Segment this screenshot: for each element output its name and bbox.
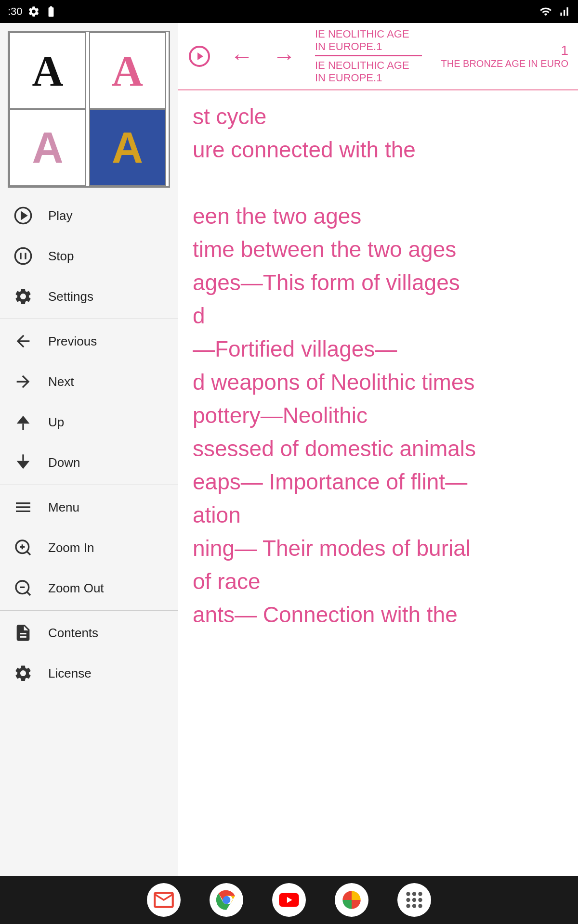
settings-label: Settings	[48, 289, 93, 304]
next-menu-item[interactable]: Next	[0, 361, 178, 402]
content-area: ← → IE NEOLITHIC AGE IN EUROPE.1 IE NEOL…	[178, 23, 578, 876]
signal-icon	[558, 5, 570, 18]
nav-tabs: IE NEOLITHIC AGE IN EUROPE.1 IE NEOLITHI…	[315, 28, 422, 84]
book-text-block: st cycle ure connected with the een the …	[193, 100, 564, 631]
font-preview-grid: A A A A	[8, 31, 170, 188]
book-line-9: d weapons of Neolithic times	[193, 366, 564, 399]
arrow-down-icon	[12, 451, 35, 474]
svg-line-8	[27, 552, 30, 555]
svg-marker-15	[197, 52, 203, 60]
down-menu-item[interactable]: Down	[0, 442, 178, 483]
svg-point-18	[412, 892, 416, 896]
svg-point-20	[406, 898, 410, 902]
book-line-8: —Fortified villages—	[193, 333, 564, 366]
divider-2	[0, 485, 178, 485]
zoom-in-label: Zoom In	[48, 540, 94, 555]
book-line-15: of race	[193, 565, 564, 598]
book-line-13: ation	[193, 499, 564, 532]
divider-3	[0, 610, 178, 611]
book-line-3	[193, 167, 564, 200]
book-line-6: ages—This form of villages	[193, 266, 564, 299]
up-menu-item[interactable]: Up	[0, 402, 178, 442]
book-line-16: ants— Connection with the	[193, 598, 564, 631]
book-line-14: ning— Their modes of burial	[193, 532, 564, 565]
gmail-app-icon[interactable]	[147, 883, 181, 917]
chrome-app-icon[interactable]	[210, 883, 243, 917]
photos-app-icon[interactable]	[335, 883, 368, 917]
divider-1	[0, 319, 178, 319]
stop-label: Stop	[48, 249, 74, 264]
svg-point-19	[418, 892, 422, 896]
settings-menu-item[interactable]: Settings	[0, 276, 178, 317]
license-menu-item[interactable]: License	[0, 653, 178, 693]
menu-section-info: Contents License	[0, 613, 178, 693]
svg-point-25	[418, 904, 422, 908]
menu-label: Menu	[48, 500, 79, 515]
menu-section-navigation: Previous Next Up	[0, 321, 178, 483]
next-section-label: THE BRONZE AGE IN EURO	[441, 58, 568, 69]
book-line-2: ure connected with the	[193, 133, 564, 167]
svg-point-23	[406, 904, 410, 908]
font-cell-blue-yellow[interactable]: A	[89, 109, 166, 186]
wifi-icon	[539, 5, 553, 18]
license-label: License	[48, 666, 92, 681]
svg-point-24	[412, 904, 416, 908]
tab-subtitle: IE NEOLITHIC AGE IN EUROPE.1	[315, 59, 422, 84]
taskbar	[0, 876, 578, 924]
contents-label: Contents	[48, 626, 98, 641]
down-label: Down	[48, 455, 80, 470]
svg-line-12	[27, 592, 30, 595]
nav-tab-top: IE NEOLITHIC AGE IN EUROPE.1	[315, 28, 422, 56]
previous-menu-item[interactable]: Previous	[0, 321, 178, 361]
book-line-5: time between the two ages	[193, 233, 564, 266]
youtube-app-icon[interactable]	[272, 883, 306, 917]
main-layout: A A A A Play	[0, 23, 578, 876]
pause-icon	[12, 244, 35, 268]
nav-tab-bottom: IE NEOLITHIC AGE IN EUROPE.1	[315, 59, 422, 84]
arrow-left-icon	[12, 330, 35, 353]
stop-menu-item[interactable]: Stop	[0, 236, 178, 276]
svg-point-22	[418, 898, 422, 902]
play-label: Play	[48, 208, 73, 223]
zoom-in-menu-item[interactable]: Zoom In	[0, 527, 178, 568]
svg-marker-1	[22, 212, 26, 218]
forward-nav-button[interactable]: →	[273, 43, 296, 69]
book-line-1: st cycle	[193, 100, 564, 133]
status-bar: :30	[0, 0, 578, 23]
zoom-out-icon	[12, 577, 35, 600]
battery-status-icon	[45, 5, 57, 18]
zoom-out-label: Zoom Out	[48, 581, 104, 596]
previous-label: Previous	[48, 334, 97, 349]
back-nav-button[interactable]: ←	[230, 43, 253, 69]
launcher-app-icon[interactable]	[397, 883, 431, 917]
gear-icon	[12, 285, 35, 308]
book-line-12: eaps— Importance of flint—	[193, 465, 564, 499]
menu-menu-item[interactable]: Menu	[0, 487, 178, 527]
zoom-out-menu-item[interactable]: Zoom Out	[0, 568, 178, 608]
tab-active[interactable]: IE NEOLITHIC AGE IN EUROPE.1	[315, 28, 422, 56]
play-icon	[12, 204, 35, 227]
svg-point-21	[412, 898, 416, 902]
settings-status-icon	[27, 5, 40, 18]
page-number: 1	[561, 43, 568, 58]
play-menu-item[interactable]: Play	[0, 195, 178, 236]
book-content: st cycle ure connected with the een the …	[178, 90, 578, 876]
up-label: Up	[48, 415, 64, 430]
svg-point-2	[15, 248, 31, 264]
font-cell-pink[interactable]: A	[89, 32, 166, 109]
menu-icon	[12, 496, 35, 519]
book-line-7: d	[193, 299, 564, 333]
document-icon	[12, 621, 35, 644]
nav-page-info: 1 THE BRONZE AGE IN EURO	[441, 43, 568, 69]
book-line-10: pottery—Neolithic	[193, 399, 564, 432]
arrow-up-icon	[12, 411, 35, 434]
font-cell-black[interactable]: A	[9, 32, 86, 109]
sidebar: A A A A Play	[0, 23, 178, 876]
font-cell-magenta[interactable]: A	[9, 109, 86, 186]
menu-section-playback: Play Stop Settings	[0, 195, 178, 317]
next-label: Next	[48, 374, 74, 389]
svg-point-17	[406, 892, 410, 896]
zoom-in-icon	[12, 536, 35, 559]
play-nav-button[interactable]	[188, 45, 211, 68]
contents-menu-item[interactable]: Contents	[0, 613, 178, 653]
